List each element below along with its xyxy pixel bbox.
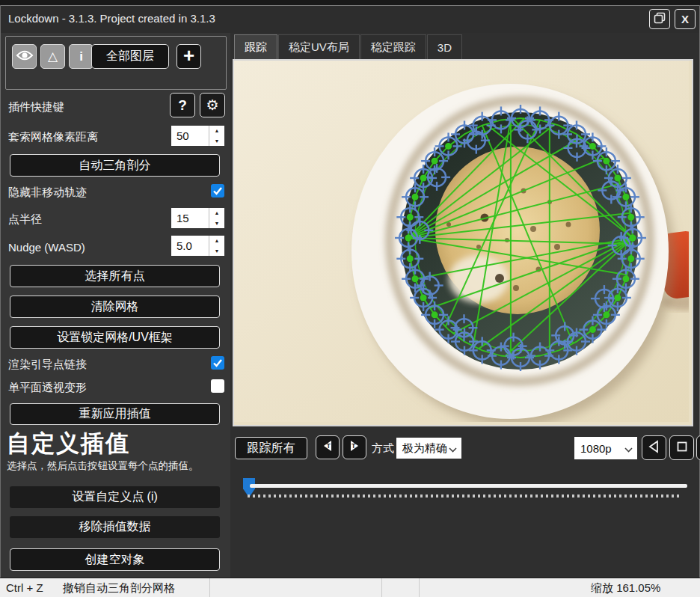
spinner-up-icon[interactable]: ▲ [209,236,224,246]
timeline-track[interactable] [250,484,687,488]
lasso-distance-input[interactable]: 50 [171,126,209,146]
svg-text:T: T [351,442,356,450]
triangle-left-icon [646,438,663,458]
tracking-scene [234,61,689,422]
info-button[interactable]: i [69,44,93,69]
chevron-down-icon [624,442,633,455]
single-plane-checkbox[interactable] [211,379,224,393]
auto-triangulate-button[interactable]: 自动三角剖分 [10,154,220,177]
spinner-up-icon[interactable]: ▲ [209,208,224,218]
undo-shortcut: Ctrl + Z [6,581,43,594]
track-backward-button[interactable]: T [316,435,340,459]
tab-track[interactable]: 跟踪 [234,34,277,59]
lockdown-window: Lockdown - 3.1.3. Project created in 3.1… [0,0,700,597]
hide-tracks-label: 隐藏非移动轨迹 [8,186,87,200]
left-panel: △ i 全部图层 + 插件快捷键 ? ⚙ 套索网格像素距离 50 ▲ ▼ 自动三… [1,33,230,578]
layer-toolbar-group: △ i 全部图层 + [5,36,227,90]
clear-mesh-button[interactable]: 清除网格 [10,296,220,318]
help-icon: ? [178,97,187,114]
point-radius-spinner[interactable]: ▲ ▼ [209,208,224,228]
timeline-ticks [248,495,679,498]
restore-icon [652,10,667,28]
render-guide-checkbox[interactable] [211,356,224,370]
tab-stabilize-uv[interactable]: 稳定UV布局 [278,34,360,59]
spinner-down-icon[interactable]: ▼ [209,246,224,257]
set-custom-point-button[interactable]: 设置自定义点 (i) [10,486,220,508]
visibility-toggle-button[interactable] [12,44,37,69]
point-radius-label: 点半径 [8,212,42,227]
single-plane-label: 单平面透视变形 [8,381,87,395]
add-layer-button[interactable]: + [176,44,201,69]
reapply-interpolation-button[interactable]: 重新应用插值 [10,403,220,425]
track-backward-icon: T [320,438,335,456]
help-button[interactable]: ? [170,93,195,117]
track-all-button[interactable]: 跟踪所有 [235,437,307,459]
close-window-button[interactable]: X [675,9,696,29]
track-forward-icon: T [347,438,362,456]
triangle-mesh-button[interactable]: △ [40,44,65,69]
track-forward-button[interactable]: T [343,435,366,459]
tab-stabilize-track[interactable]: 稳定跟踪 [360,34,426,59]
status-divider [209,578,210,597]
spinner-down-icon[interactable]: ▼ [209,136,224,147]
chevron-down-icon [449,442,457,455]
resolution-dropdown[interactable]: 1080p [574,437,637,459]
resolution-value: 1080p [580,442,612,455]
create-null-button[interactable]: 创建空对象 [10,548,220,571]
close-icon: X [681,13,689,25]
restore-window-button[interactable] [649,9,670,29]
window-top-strip [0,0,700,5]
plugin-shortcuts-label: 插件快捷键 [8,100,64,114]
method-label: 方式 [372,441,394,456]
render-guide-label: 渲染引导点链接 [8,358,87,372]
hide-tracks-checkbox[interactable] [211,184,224,198]
tab-bar: 跟踪 稳定UV布局 稳定跟踪 3D [234,34,463,59]
title-bar[interactable]: Lockdown - 3.1.3. Project created in 3.1… [1,5,699,34]
zoom-level: 缩放 161.05% [591,581,660,596]
spinner-up-icon[interactable]: ▲ [209,126,224,136]
svg-text:T: T [326,442,331,450]
lasso-distance-label: 套索网格像素距离 [8,130,98,144]
plus-icon: + [183,48,194,64]
nudge-label: Nudge (WASD) [8,241,85,254]
all-layers-button[interactable]: 全部图层 [91,44,169,69]
remove-interp-data-button[interactable]: 移除插值数据 [10,516,220,538]
triangle-icon: △ [48,50,58,63]
right-area: 跟踪 稳定UV布局 稳定跟踪 3D 跟踪所有 T T [230,33,699,578]
video-viewport[interactable] [233,59,693,426]
zoom-out-view-button[interactable] [642,435,666,460]
settings-button[interactable]: ⚙ [200,93,225,117]
zoom-in-view-button[interactable] [696,435,700,460]
method-dropdown[interactable]: 极为精确 [396,438,461,459]
info-icon: i [79,50,83,63]
spinner-down-icon[interactable]: ▼ [209,218,224,229]
window-title: Lockdown - 3.1.3. Project created in 3.1… [8,12,215,25]
undo-action: 撤销自动三角剖分网格 [63,581,175,596]
custom-interpolation-heading: 自定义插值 [7,428,130,459]
status-divider [419,578,420,597]
custom-interpolation-description: 选择点，然后点击按钮设置每个点的插值。 [7,459,199,473]
eye-icon [16,49,34,64]
lasso-distance-spinner[interactable]: ▲ ▼ [209,126,224,146]
square-icon [674,438,690,458]
set-locked-mesh-button[interactable]: 设置锁定网格/UV框架 [10,326,220,349]
fit-view-button[interactable] [669,435,694,460]
point-radius-input[interactable]: 15 [171,208,209,228]
tab-3d[interactable]: 3D [427,34,462,59]
status-bar: Ctrl + Z 撤销自动三角剖分网格 缩放 161.05% [0,578,700,597]
method-value: 极为精确 [402,441,447,456]
nudge-input[interactable]: 5.0 [171,236,209,256]
select-all-points-button[interactable]: 选择所有点 [10,265,220,287]
gear-icon: ⚙ [206,97,218,114]
status-divider [381,578,382,597]
nudge-spinner[interactable]: ▲ ▼ [209,236,224,256]
